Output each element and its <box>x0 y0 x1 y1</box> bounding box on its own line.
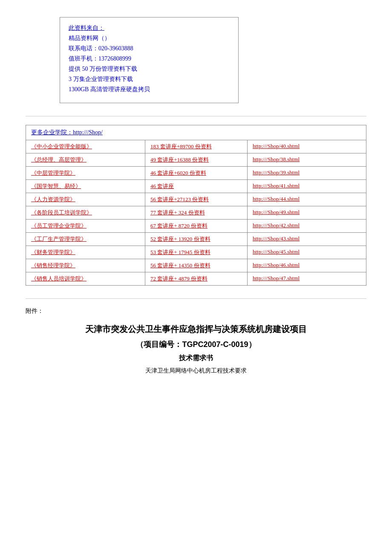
main-title: 天津市突发公共卫生事件应急指挥与决策系统机房建设项目 <box>26 324 366 335</box>
col3-link[interactable]: http:///Shop/47.shtml <box>253 275 300 281</box>
col3-link[interactable]: http:///Shop/41.shtml <box>253 182 300 189</box>
info-line-6: 3 万集企业管理资料下载 <box>69 75 230 83</box>
table-cell-col3: http:///Shop/39.shtml <box>248 167 366 179</box>
table-cell-col1: 《销售经理学院》 <box>26 259 145 272</box>
col3-link[interactable]: http:///Shop/49.shtml <box>253 209 300 215</box>
col3-link[interactable]: http:///Shop/40.shtml <box>253 143 300 149</box>
tech-title: 技术需求书 <box>26 354 366 363</box>
table-cell-col2: 52 套讲座+ 13920 份资料 <box>145 233 248 246</box>
subtitle-note: 天津卫生局网络中心机房工程技术要求 <box>26 367 366 375</box>
col1-link[interactable]: 《员工管理企业学院》 <box>31 223 86 229</box>
info-line-3: 联系电话：020-39603888 <box>69 45 230 52</box>
table-cell-col2: 67 套讲座+ 8720 份资料 <box>145 220 248 232</box>
col1-link[interactable]: 《财务管理学院》 <box>31 249 75 255</box>
table-row: 《销售人员培训学院》 72 套讲座+ 4879 份资料 http:///Shop… <box>26 272 366 285</box>
table-cell-col2: 77 套讲座+ 324 份资料 <box>145 206 248 219</box>
sub-title: （项目编号：TGPC2007-C-0019） <box>26 339 366 350</box>
table-cell-col2: 72 套讲座+ 4879 份资料 <box>145 272 248 285</box>
col3-link[interactable]: http:///Shop/44.shtml <box>253 196 300 202</box>
table-cell-col3: http:///Shop/44.shtml <box>248 193 366 206</box>
col1-link[interactable]: 《人力资源学院》 <box>31 196 75 202</box>
table-cell-col2: 53 套讲座+ 17945 份资料 <box>145 246 248 259</box>
table-cell-col2: 56 套讲座+27123 份资料 <box>145 193 248 206</box>
table-cell-col2: 56 套讲座+ 14350 份资料 <box>145 259 248 272</box>
col3-link[interactable]: http:///Shop/43.shtml <box>253 235 300 242</box>
col1-link[interactable]: 《国学智慧、易经》 <box>31 183 81 189</box>
col2-link[interactable]: 46 套讲座+6020 份资料 <box>150 170 206 176</box>
table-row: 《员工管理企业学院》 67 套讲座+ 8720 份资料 http:///Shop… <box>26 220 366 233</box>
table-row: 《中小企业管理全能版》 183 套讲座+89700 份资料 http:///Sh… <box>26 140 366 153</box>
divider-1 <box>26 116 366 116</box>
table-cell-col3: http:///Shop/47.shtml <box>248 272 366 285</box>
table-cell-col2: 46 套讲座 <box>145 180 248 193</box>
table-cell-col1: 《人力资源学院》 <box>26 193 145 206</box>
info-box: 此资料来自： 精品资料网（） 联系电话：020-39603888 值班手机：13… <box>60 17 239 103</box>
info-line-5: 提供 50 万份管理资料下载 <box>69 65 230 73</box>
col1-link[interactable]: 《中小企业管理全能版》 <box>31 143 92 150</box>
col3-link[interactable]: http:///Shop/46.shtml <box>253 262 300 268</box>
info-line-2: 精品资料网（） <box>69 35 230 42</box>
table-cell-col3: http:///Shop/40.shtml <box>248 140 366 153</box>
table-cell-col3: http:///Shop/49.shtml <box>248 206 366 219</box>
col2-link[interactable]: 77 套讲座+ 324 份资料 <box>150 209 205 216</box>
col2-link[interactable]: 183 套讲座+89700 份资料 <box>150 143 212 150</box>
table-cell-col3: http:///Shop/45.shtml <box>248 246 366 259</box>
table-cell-col2: 49 套讲座+16388 份资料 <box>145 153 248 166</box>
table-row: 《工厂生产管理学院》 52 套讲座+ 13920 份资料 http:///Sho… <box>26 233 366 246</box>
table-cell-col1: 《中层管理学院》 <box>26 167 145 179</box>
table-cell-col3: http:///Shop/41.shtml <box>248 180 366 193</box>
divider-2 <box>26 298 366 299</box>
table-cell-col1: 《财务管理学院》 <box>26 246 145 259</box>
col3-link[interactable]: http:///Shop/42.shtml <box>253 222 300 228</box>
table-cell-col1: 《销售人员培训学院》 <box>26 272 145 285</box>
table-cell-col1: 《中小企业管理全能版》 <box>26 140 145 153</box>
table-cell-col3: http:///Shop/42.shtml <box>248 220 366 232</box>
info-line-1: 此资料来自： <box>69 24 230 32</box>
attachment-label: 附件： <box>26 307 366 315</box>
col2-link[interactable]: 46 套讲座 <box>150 183 174 189</box>
col2-link[interactable]: 56 套讲座+27123 份资料 <box>150 196 209 202</box>
table-row: 《销售经理学院》 56 套讲座+ 14350 份资料 http:///Shop/… <box>26 259 366 272</box>
table-cell-col3: http:///Shop/38.shtml <box>248 153 366 166</box>
table-cell-col2: 46 套讲座+6020 份资料 <box>145 167 248 179</box>
table-row: 《财务管理学院》 53 套讲座+ 17945 份资料 http:///Shop/… <box>26 246 366 259</box>
col2-link[interactable]: 49 套讲座+16388 份资料 <box>150 156 209 163</box>
col1-link[interactable]: 《总经理、高层管理》 <box>31 156 86 163</box>
enterprise-table: 更多企业学院：http:///Shop/ 《中小企业管理全能版》 183 套讲座… <box>26 125 366 286</box>
col1-link[interactable]: 《工厂生产管理学院》 <box>31 236 86 242</box>
table-row: 《人力资源学院》 56 套讲座+27123 份资料 http:///Shop/4… <box>26 193 366 206</box>
col1-link[interactable]: 《销售经理学院》 <box>31 262 75 269</box>
table-row: 《各阶段员工培训学院》 77 套讲座+ 324 份资料 http:///Shop… <box>26 206 366 220</box>
col1-link[interactable]: 《各阶段员工培训学院》 <box>31 209 92 216</box>
attachment-section: 附件： 天津市突发公共卫生事件应急指挥与决策系统机房建设项目 （项目编号：TGP… <box>26 307 366 375</box>
col2-link[interactable]: 67 套讲座+ 8720 份资料 <box>150 223 208 229</box>
table-row: 《国学智慧、易经》 46 套讲座 http:///Shop/41.shtml <box>26 180 366 193</box>
table-row: 《总经理、高层管理》 49 套讲座+16388 份资料 http:///Shop… <box>26 153 366 167</box>
col2-link[interactable]: 52 套讲座+ 13920 份资料 <box>150 236 210 242</box>
table-cell-col1: 《员工管理企业学院》 <box>26 220 145 232</box>
table-cell-col1: 《工厂生产管理学院》 <box>26 233 145 246</box>
info-line-7: 1300GB 高清管理讲座硬盘拷贝 <box>69 86 230 93</box>
table-header-link[interactable]: 更多企业学院：http:///Shop/ <box>31 129 103 136</box>
col3-link[interactable]: http:///Shop/39.shtml <box>253 169 300 176</box>
table-row: 《中层管理学院》 46 套讲座+6020 份资料 http:///Shop/39… <box>26 167 366 180</box>
table-cell-col1: 《国学智慧、易经》 <box>26 180 145 193</box>
col2-link[interactable]: 72 套讲座+ 4879 份资料 <box>150 275 208 282</box>
table-cell-col3: http:///Shop/46.shtml <box>248 259 366 272</box>
col3-link[interactable]: http:///Shop/38.shtml <box>253 156 300 162</box>
col1-link[interactable]: 《销售人员培训学院》 <box>31 275 86 282</box>
table-header: 更多企业学院：http:///Shop/ <box>26 125 366 140</box>
info-line-4: 值班手机：13726808999 <box>69 55 230 63</box>
table-cell-col2: 183 套讲座+89700 份资料 <box>145 140 248 153</box>
table-cell-col3: http:///Shop/43.shtml <box>248 233 366 246</box>
table-cell-col1: 《总经理、高层管理》 <box>26 153 145 166</box>
col1-link[interactable]: 《中层管理学院》 <box>31 170 75 176</box>
col2-link[interactable]: 53 套讲座+ 17945 份资料 <box>150 249 210 255</box>
table-cell-col1: 《各阶段员工培训学院》 <box>26 206 145 219</box>
col3-link[interactable]: http:///Shop/45.shtml <box>253 249 300 255</box>
col2-link[interactable]: 56 套讲座+ 14350 份资料 <box>150 262 210 269</box>
